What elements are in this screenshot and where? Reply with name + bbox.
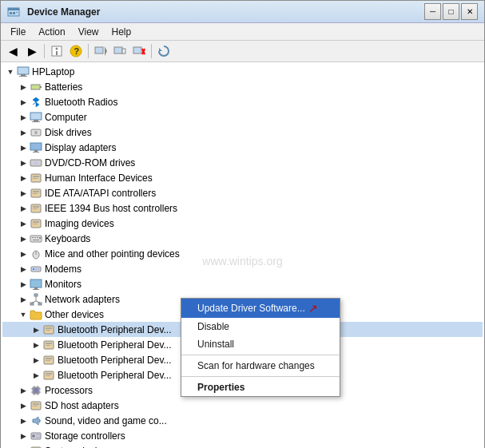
tree-expand-arrow[interactable]: ▶ [17,263,30,276]
context-menu-item[interactable]: Scan for hardware changes [181,357,340,375]
tree-expand-arrow[interactable]: ▶ [17,96,30,109]
context-menu-item[interactable]: Update Driver Software...↗ [181,299,340,318]
svg-rect-29 [30,143,42,150]
svg-rect-63 [38,303,42,305]
menu-action[interactable]: Action [32,25,71,39]
svg-rect-71 [46,343,52,344]
tree-expand-arrow[interactable]: ▶ [17,217,30,230]
tree-expand-arrow[interactable]: ▶ [17,384,30,397]
svg-rect-78 [46,375,50,376]
tree-expand-arrow[interactable]: ▶ [17,187,30,200]
tree-expand-arrow[interactable]: ▶ [17,172,30,184]
scan-button[interactable] [92,42,109,60]
uninstall-button[interactable] [130,42,148,60]
tree-expand-arrow[interactable]: ▶ [17,232,30,245]
tree-item-label: IDE ATA/ATAPI controllers [45,188,156,199]
tree-item-label: System devices [45,446,112,449]
root-expand-arrow[interactable]: ▼ [4,65,17,78]
tree-expand-arrow[interactable]: ▶ [17,81,30,93]
context-menu-item[interactable]: Properties [181,379,340,396]
tree-expand-arrow[interactable]: ▶ [17,414,30,427]
tree-item-label: Bluetooth Radios [45,97,117,108]
svg-rect-90 [33,403,39,405]
tree-item[interactable]: ▶ Keyboards [2,231,483,246]
svg-point-28 [34,131,38,134]
svg-rect-96 [36,437,40,438]
svg-rect-4 [16,12,18,13]
tree-expand-arrow[interactable]: ▶ [30,354,42,367]
menu-bar: File Action View Help [1,23,484,41]
svg-rect-35 [33,176,39,177]
tree-item[interactable]: ▶ Mice and other pointing devices [2,246,483,261]
tree-item[interactable]: ▶ IEEE 1394 Bus host controllers [2,200,483,216]
context-menu-item[interactable]: Disable [181,318,340,335]
svg-rect-26 [32,121,40,122]
svg-rect-61 [34,294,38,296]
tree-expand-arrow[interactable]: ▶ [30,323,42,336]
back-button[interactable]: ◀ [4,42,22,60]
tree-item[interactable]: ▶ Modems [2,261,483,276]
tree-expand-arrow[interactable]: ▶ [17,126,30,139]
tree-root[interactable]: ▼ HPLaptop [2,64,483,79]
tree-item-label: Network adapters [45,294,120,305]
tree-expand-arrow[interactable]: ▶ [17,202,30,215]
maximize-button[interactable]: □ [443,3,459,20]
tree-item[interactable]: ▶ SD host adapters [2,398,483,413]
context-menu-item[interactable]: Uninstall [181,335,340,353]
tree-item-label: DVD/CD-ROM drives [45,157,135,168]
tree-item[interactable]: ▶ Disk drives [2,125,483,140]
tree-expand-arrow[interactable]: ▶ [30,369,42,382]
tree-expand-arrow[interactable]: ▶ [17,399,30,412]
tree-item[interactable]: ▶ Imaging devices [2,216,483,231]
svg-rect-45 [33,224,38,224]
refresh-button[interactable] [155,42,173,60]
tree-item-icon [30,399,42,412]
help-button[interactable]: ? [67,42,85,60]
tree-expand-arrow[interactable]: ▶ [17,293,30,306]
tree-item[interactable]: ▶ Sound, video and game co... [2,413,483,428]
tree-expand-arrow[interactable]: ▶ [17,430,30,442]
tree-expand-arrow[interactable]: ▶ [30,339,42,351]
minimize-button[interactable]: ─ [424,3,441,20]
tree-item[interactable]: ▶ Storage controllers [2,428,483,443]
tree-item[interactable]: ▶ Bluetooth Radios [2,94,483,109]
svg-rect-1 [8,8,19,10]
menu-help[interactable]: Help [105,25,138,39]
tree-item[interactable]: ▶ Computer [2,109,483,125]
tree-expand-arrow[interactable]: ▶ [17,248,30,260]
svg-rect-10 [95,47,103,54]
svg-point-6 [56,48,58,50]
title-bar: Device Manager ─ □ ✕ [1,1,484,23]
properties-button[interactable] [48,42,66,60]
tree-expand-arrow[interactable]: ▶ [17,111,30,124]
tree-item-label: Storage controllers [45,430,125,442]
toolbar: ◀ ▶ ? [1,41,484,62]
close-button[interactable]: ✕ [461,3,478,20]
tree-item[interactable]: ▶ Display adapters [2,140,483,155]
tree-expand-arrow[interactable]: ▶ [17,445,30,449]
menu-file[interactable]: File [4,25,32,39]
forward-button[interactable]: ▶ [23,42,41,60]
svg-rect-60 [33,289,39,290]
tree-item-icon [30,202,42,215]
tree-item-icon [30,263,42,276]
tree-item-icon [30,308,42,321]
svg-rect-14 [133,47,141,54]
tree-item[interactable]: ▶ Monitors [2,276,483,291]
tree-expand-arrow[interactable]: ▶ [17,141,30,154]
menu-view[interactable]: View [72,25,105,39]
tree-item[interactable]: ▶ DVD/CD-ROM drives [2,155,483,170]
tree-item[interactable]: ▶ System devices [2,443,483,448]
tree-item[interactable]: ▶ Batteries [2,79,483,94]
svg-rect-44 [33,221,39,223]
update-button[interactable] [111,42,129,60]
tree-item-icon [30,430,42,442]
tree-item-label: Modems [45,264,81,275]
tree-item[interactable]: ▶ IDE ATA/ATAPI controllers [2,185,483,200]
tree-item[interactable]: ▶ Human Interface Devices [2,170,483,185]
toolbar-separator-2 [88,44,89,58]
svg-rect-20 [19,76,27,77]
tree-expand-arrow[interactable]: ▶ [17,157,30,169]
tree-expand-arrow[interactable]: ▼ [17,308,30,321]
tree-expand-arrow[interactable]: ▶ [17,278,30,291]
